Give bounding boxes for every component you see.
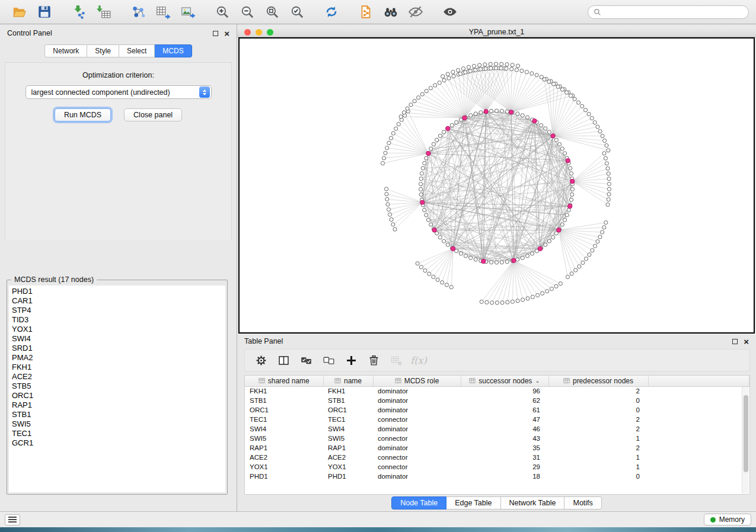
menu-list-button[interactable] — [5, 514, 20, 525]
float-panel-icon[interactable] — [213, 31, 218, 36]
find-button[interactable] — [378, 2, 403, 22]
tab-edge-table[interactable]: Edge Table — [446, 496, 500, 509]
mcds-result-item[interactable]: SWI4 — [12, 334, 222, 344]
table-row[interactable]: FKH1FKH1dominator962 — [245, 386, 749, 396]
table-row[interactable]: PHD1PHD1dominator180 — [245, 472, 749, 481]
minimize-window-icon[interactable] — [256, 29, 262, 36]
table-row[interactable]: TEC1TEC1connector472 — [245, 415, 749, 424]
mcds-result-item[interactable]: TID3 — [12, 315, 222, 325]
table-row[interactable]: YOX1YOX1connector291 — [245, 462, 749, 472]
maximize-window-icon[interactable] — [267, 29, 273, 36]
search-box[interactable] — [588, 5, 749, 19]
control-panel-tabs: NetworkStyleSelectMCDS — [0, 44, 237, 57]
cell-filler — [648, 443, 749, 453]
table-toolbar: f(x) — [244, 349, 750, 371]
column-menu-chevron-icon[interactable]: ⌄ — [535, 377, 540, 384]
import-network-button[interactable] — [66, 2, 91, 22]
refresh-icon — [324, 4, 339, 20]
mcds-result-item[interactable]: SWI5 — [12, 419, 222, 429]
mcds-result-item[interactable]: RAP1 — [12, 400, 222, 410]
eye-button[interactable] — [438, 2, 462, 22]
mcds-result-item[interactable]: FKH1 — [12, 363, 222, 372]
share-document-button[interactable] — [353, 2, 378, 22]
import-table-icon — [96, 4, 111, 20]
zoom-out-button[interactable] — [235, 2, 260, 22]
zoom-selected-button[interactable] — [285, 2, 310, 22]
table-row[interactable]: SWI4SWI4dominator462 — [245, 424, 749, 434]
columns-button[interactable] — [273, 351, 294, 369]
export-image-button[interactable] — [176, 2, 200, 22]
column-header-predecessor-nodes[interactable]: predecessor nodes — [548, 376, 648, 386]
mcds-result-item[interactable]: STB1 — [12, 410, 222, 419]
mcds-result-item[interactable]: STB5 — [12, 382, 222, 391]
tab-node-table[interactable]: Node Table — [391, 496, 446, 509]
table-scrollbar-thumb[interactable] — [744, 395, 748, 472]
close-panel-button[interactable]: Close panel — [124, 108, 182, 121]
tab-network-table[interactable]: Network Table — [501, 496, 565, 509]
mcds-result-item[interactable]: PMA2 — [12, 353, 222, 363]
cell-name: FKH1 — [323, 386, 373, 396]
cell-shared_name: PHD1 — [245, 472, 323, 481]
toolbar-separator — [310, 12, 319, 12]
zoom-in-button[interactable] — [210, 2, 235, 22]
network-window: YPA_prune.txt_1 — [237, 27, 756, 334]
cell-role: connector — [373, 462, 461, 472]
column-header-shared-name[interactable]: shared name — [245, 376, 323, 386]
column-header-name[interactable]: name — [323, 376, 373, 386]
add-icon — [345, 354, 358, 367]
table-row[interactable]: ACE2ACE2connector311 — [245, 453, 749, 462]
close-window-icon[interactable] — [244, 29, 251, 36]
eye-hidden-button[interactable] — [403, 2, 428, 22]
network-canvas[interactable] — [238, 37, 755, 334]
mcds-result-item[interactable]: YOX1 — [12, 325, 222, 334]
mcds-result-item[interactable]: GCR1 — [12, 438, 222, 448]
tab-motifs[interactable]: Motifs — [564, 496, 601, 509]
trash-button[interactable] — [363, 351, 384, 369]
add-button[interactable] — [341, 351, 361, 369]
cell-successors: 46 — [461, 424, 548, 434]
float-table-panel-icon[interactable] — [732, 339, 738, 344]
cell-name: ACE2 — [323, 453, 373, 462]
mcds-result-item[interactable]: SRD1 — [12, 344, 222, 353]
gear-button[interactable] — [251, 351, 271, 369]
cell-shared_name: YOX1 — [245, 462, 323, 472]
tab-mcds[interactable]: MCDS — [155, 44, 192, 57]
run-mcds-button[interactable]: Run MCDS — [55, 108, 111, 121]
mcds-result-item[interactable]: ACE2 — [12, 372, 222, 382]
save-button[interactable] — [32, 2, 57, 22]
node-table-body: FKH1FKH1dominator962STB1STB1dominator620… — [245, 386, 749, 481]
mcds-result-item[interactable]: CAR1 — [12, 296, 222, 306]
table-row[interactable]: ORC1ORC1dominator610 — [245, 405, 749, 415]
column-header-MCDS-role[interactable]: MCDS role — [373, 376, 461, 386]
close-panel-icon[interactable]: × — [224, 31, 229, 36]
open-folder-button[interactable] — [7, 2, 32, 22]
close-table-panel-icon[interactable]: × — [744, 339, 749, 344]
export-table-button[interactable] — [151, 2, 176, 22]
table-scrollbar[interactable] — [742, 387, 749, 493]
cell-role: connector — [373, 434, 461, 443]
mcds-result-item[interactable]: TEC1 — [12, 429, 222, 438]
tab-network[interactable]: Network — [44, 44, 87, 57]
tab-style[interactable]: Style — [87, 44, 119, 57]
criterion-select[interactable]: largest connected component (undirected) — [25, 85, 212, 99]
table-row[interactable]: SWI5SWI5connector431 — [245, 434, 749, 443]
table-row[interactable]: STB1STB1dominator620 — [245, 396, 749, 405]
import-table-button[interactable] — [91, 2, 116, 22]
table-row[interactable]: RAP1RAP1dominator352 — [245, 443, 749, 453]
share-network-button[interactable] — [126, 2, 151, 22]
mcds-result-item[interactable]: PHD1 — [12, 287, 222, 296]
mcds-result-item[interactable]: ORC1 — [12, 391, 222, 400]
memory-button[interactable]: Memory — [704, 514, 751, 525]
zoom-fit-button[interactable] — [260, 2, 285, 22]
network-graph[interactable] — [240, 39, 754, 332]
deselect-all-button[interactable] — [318, 351, 339, 369]
tab-select[interactable]: Select — [119, 44, 155, 57]
mcds-result-item[interactable]: STP4 — [12, 306, 222, 315]
column-header-successor-nodes[interactable]: successor nodes⌄ — [461, 376, 548, 386]
network-titlebar[interactable]: YPA_prune.txt_1 — [237, 27, 756, 37]
mcds-result-list[interactable]: PHD1CAR1STP4TID3YOX1SWI4SRD1PMA2FKH1ACE2… — [9, 286, 225, 492]
refresh-button[interactable] — [319, 2, 344, 22]
search-input[interactable] — [605, 8, 743, 16]
select-all-button[interactable] — [296, 351, 316, 369]
cell-role: dominator — [373, 472, 461, 481]
